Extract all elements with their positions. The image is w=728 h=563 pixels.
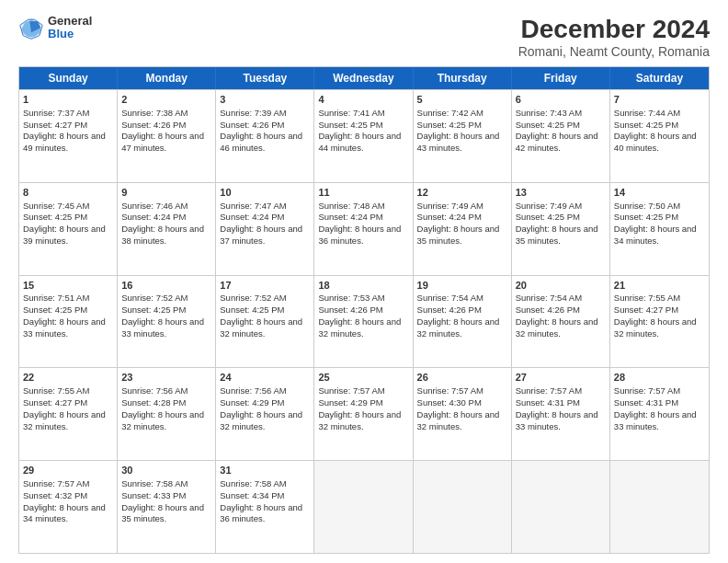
day-empty-2: [414, 461, 512, 553]
day-9: 9 Sunrise: 7:46 AMSunset: 4:24 PMDayligh…: [118, 183, 216, 275]
day-5: 5 Sunrise: 7:42 AMSunset: 4:25 PMDayligh…: [414, 90, 512, 182]
day-31: 31 Sunrise: 7:58 AMSunset: 4:34 PMDaylig…: [216, 461, 314, 553]
day-26: 26 Sunrise: 7:57 AMSunset: 4:30 PMDaylig…: [414, 368, 512, 460]
logo-general: General: [48, 15, 92, 28]
day-29: 29 Sunrise: 7:57 AMSunset: 4:32 PMDaylig…: [19, 461, 118, 553]
logo-blue: Blue: [48, 28, 92, 40]
week-row-4: 22 Sunrise: 7:55 AMSunset: 4:27 PMDaylig…: [19, 367, 709, 460]
day-17: 17 Sunrise: 7:52 AMSunset: 4:25 PMDaylig…: [216, 276, 314, 368]
day-6: 6 Sunrise: 7:43 AMSunset: 4:25 PMDayligh…: [512, 90, 610, 182]
header-thursday: Thursday: [414, 67, 512, 89]
day-20: 20 Sunrise: 7:54 AMSunset: 4:26 PMDaylig…: [512, 276, 610, 368]
day-4: 4 Sunrise: 7:41 AMSunset: 4:25 PMDayligh…: [314, 90, 413, 182]
calendar-header: Sunday Monday Tuesday Wednesday Thursday…: [19, 67, 709, 89]
calendar-body: 1 Sunrise: 7:37 AMSunset: 4:27 PMDayligh…: [19, 89, 709, 553]
day-10: 10 Sunrise: 7:47 AMSunset: 4:24 PMDaylig…: [216, 183, 314, 275]
day-30: 30 Sunrise: 7:58 AMSunset: 4:33 PMDaylig…: [118, 461, 216, 553]
day-24: 24 Sunrise: 7:56 AMSunset: 4:29 PMDaylig…: [216, 368, 314, 460]
day-14: 14 Sunrise: 7:50 AMSunset: 4:25 PMDaylig…: [610, 183, 709, 275]
day-12: 12 Sunrise: 7:49 AMSunset: 4:24 PMDaylig…: [414, 183, 512, 275]
day-28: 28 Sunrise: 7:57 AMSunset: 4:31 PMDaylig…: [610, 368, 709, 460]
day-16: 16 Sunrise: 7:52 AMSunset: 4:25 PMDaylig…: [118, 276, 216, 368]
day-23: 23 Sunrise: 7:56 AMSunset: 4:28 PMDaylig…: [118, 368, 216, 460]
page: General Blue December 2024 Romani, Neamt…: [0, 0, 728, 563]
day-11: 11 Sunrise: 7:48 AMSunset: 4:24 PMDaylig…: [314, 183, 413, 275]
day-empty-4: [610, 461, 709, 553]
day-empty-1: [314, 461, 413, 553]
day-2: 2 Sunrise: 7:38 AMSunset: 4:26 PMDayligh…: [118, 90, 216, 182]
day-18: 18 Sunrise: 7:53 AMSunset: 4:26 PMDaylig…: [314, 276, 413, 368]
header: General Blue December 2024 Romani, Neamt…: [18, 15, 710, 59]
day-3: 3 Sunrise: 7:39 AMSunset: 4:26 PMDayligh…: [216, 90, 314, 182]
week-row-5: 29 Sunrise: 7:57 AMSunset: 4:32 PMDaylig…: [19, 460, 709, 553]
day-15: 15 Sunrise: 7:51 AMSunset: 4:25 PMDaylig…: [19, 276, 118, 368]
main-title: December 2024: [518, 15, 710, 44]
header-monday: Monday: [118, 67, 216, 89]
header-friday: Friday: [512, 67, 610, 89]
day-1: 1 Sunrise: 7:37 AMSunset: 4:27 PMDayligh…: [19, 90, 118, 182]
logo-icon: [18, 15, 44, 40]
day-27: 27 Sunrise: 7:57 AMSunset: 4:31 PMDaylig…: [512, 368, 610, 460]
day-8: 8 Sunrise: 7:45 AMSunset: 4:25 PMDayligh…: [19, 183, 118, 275]
logo-text: General Blue: [48, 15, 92, 41]
day-25: 25 Sunrise: 7:57 AMSunset: 4:29 PMDaylig…: [314, 368, 413, 460]
header-tuesday: Tuesday: [216, 67, 314, 89]
title-block: December 2024 Romani, Neamt County, Roma…: [518, 15, 710, 59]
calendar: Sunday Monday Tuesday Wednesday Thursday…: [18, 66, 710, 554]
day-7: 7 Sunrise: 7:44 AMSunset: 4:25 PMDayligh…: [610, 90, 709, 182]
day-13: 13 Sunrise: 7:49 AMSunset: 4:25 PMDaylig…: [512, 183, 610, 275]
day-22: 22 Sunrise: 7:55 AMSunset: 4:27 PMDaylig…: [19, 368, 118, 460]
week-row-3: 15 Sunrise: 7:51 AMSunset: 4:25 PMDaylig…: [19, 275, 709, 368]
day-19: 19 Sunrise: 7:54 AMSunset: 4:26 PMDaylig…: [414, 276, 512, 368]
header-sunday: Sunday: [19, 67, 118, 89]
header-saturday: Saturday: [610, 67, 709, 89]
logo: General Blue: [18, 15, 92, 41]
week-row-2: 8 Sunrise: 7:45 AMSunset: 4:25 PMDayligh…: [19, 182, 709, 275]
subtitle: Romani, Neamt County, Romania: [518, 44, 710, 59]
week-row-1: 1 Sunrise: 7:37 AMSunset: 4:27 PMDayligh…: [19, 89, 709, 182]
day-21: 21 Sunrise: 7:55 AMSunset: 4:27 PMDaylig…: [610, 276, 709, 368]
header-wednesday: Wednesday: [314, 67, 413, 89]
day-empty-3: [512, 461, 610, 553]
